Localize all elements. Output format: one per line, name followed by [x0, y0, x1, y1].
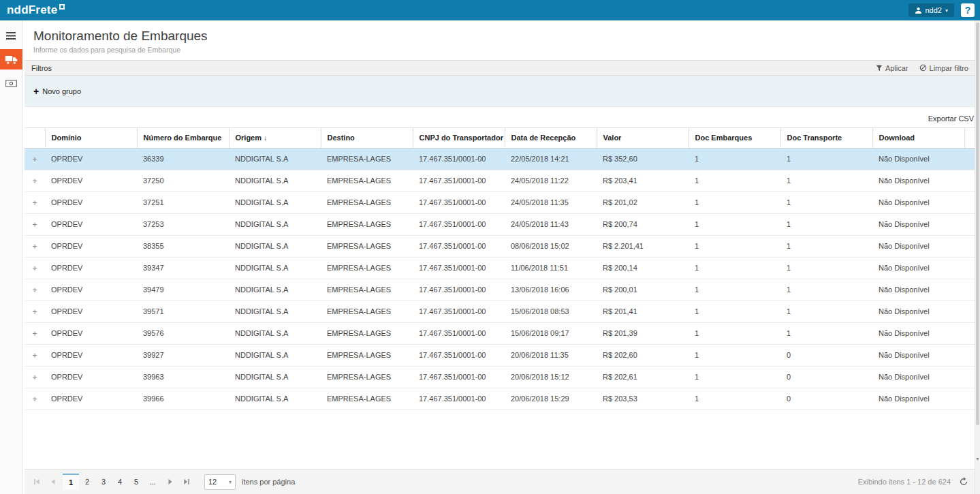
- sidebar-item-embarques[interactable]: [0, 49, 22, 70]
- expand-row-button[interactable]: +: [25, 148, 45, 170]
- table-row[interactable]: +OPRDEV39966NDDIGITAL S.AEMPRESA-LAGES17…: [25, 388, 975, 410]
- table-cell: NDDIGITAL S.A: [229, 148, 321, 170]
- help-button[interactable]: ?: [961, 3, 975, 17]
- expand-row-button[interactable]: +: [25, 279, 45, 300]
- new-group-button[interactable]: + Novo grupo: [33, 87, 81, 96]
- table-cell: 17.467.351/0001-00: [413, 191, 505, 213]
- table-cell: Não Disponível: [872, 148, 964, 170]
- first-page-button[interactable]: [29, 474, 45, 490]
- table-cell: OPRDEV: [45, 366, 137, 388]
- scroll-down-icon[interactable]: ▼: [975, 457, 980, 461]
- expand-row-button[interactable]: +: [25, 213, 45, 235]
- table-cell: 1: [780, 191, 872, 213]
- table-cell: 17.467.351/0001-00: [413, 322, 505, 344]
- refresh-button[interactable]: [959, 477, 971, 487]
- page-button[interactable]: 5: [128, 474, 144, 490]
- page-button[interactable]: 4: [112, 474, 128, 490]
- table-row[interactable]: +OPRDEV36339NDDIGITAL S.AEMPRESA-LAGES17…: [25, 148, 975, 170]
- apply-filter-button[interactable]: Aplicar: [876, 64, 908, 72]
- expand-row-button[interactable]: +: [25, 388, 45, 410]
- table-cell: R$ 203,41: [597, 170, 689, 191]
- filler-cell: [964, 344, 975, 366]
- sidebar-item-financeiro[interactable]: [0, 74, 22, 93]
- page-button[interactable]: 3: [95, 474, 112, 490]
- user-menu[interactable]: ndd2 ▾: [908, 3, 955, 17]
- expand-row-button[interactable]: +: [25, 300, 45, 322]
- table-row[interactable]: +OPRDEV39927NDDIGITAL S.AEMPRESA-LAGES17…: [25, 344, 975, 366]
- expand-row-button[interactable]: +: [25, 235, 45, 257]
- table-cell: NDDIGITAL S.A: [229, 213, 321, 235]
- table-cell: R$ 200,14: [597, 257, 689, 279]
- table-row[interactable]: +OPRDEV39347NDDIGITAL S.AEMPRESA-LAGES17…: [25, 257, 975, 279]
- table-cell: OPRDEV: [45, 300, 137, 322]
- page-button[interactable]: 1: [63, 474, 79, 490]
- table-row[interactable]: +OPRDEV39963NDDIGITAL S.AEMPRESA-LAGES17…: [25, 366, 975, 388]
- table-cell: R$ 203,53: [597, 388, 689, 410]
- next-page-button[interactable]: [162, 474, 178, 490]
- table-cell: NDDIGITAL S.A: [229, 191, 321, 213]
- column-header[interactable]: Origem↓: [229, 128, 321, 148]
- table-cell: Não Disponível: [872, 344, 964, 366]
- scrollbar-thumb[interactable]: [976, 22, 979, 425]
- main-content: Monitoramento de Embarques Informe os da…: [22, 20, 980, 494]
- table-row[interactable]: +OPRDEV39576NDDIGITAL S.AEMPRESA-LAGES17…: [25, 322, 975, 344]
- column-header[interactable]: Download: [872, 128, 964, 148]
- table-cell: 38355: [137, 235, 229, 257]
- table-cell: 15/06/2018 08:53: [505, 300, 597, 322]
- column-header[interactable]: Valor: [597, 128, 689, 148]
- table-cell: EMPRESA-LAGES: [321, 170, 413, 191]
- clear-filter-button[interactable]: Limpar filtro: [919, 64, 968, 72]
- table-cell: 17.467.351/0001-00: [413, 170, 505, 191]
- table-cell: 11/06/2018 11:51: [505, 257, 597, 279]
- expand-row-button[interactable]: +: [25, 170, 45, 191]
- menu-toggle-button[interactable]: [0, 26, 22, 45]
- expand-row-button[interactable]: +: [25, 191, 45, 213]
- column-header[interactable]: Número do Embarque: [137, 128, 229, 148]
- table-row[interactable]: +OPRDEV38355NDDIGITAL S.AEMPRESA-LAGES17…: [25, 235, 975, 257]
- table-cell: 17.467.351/0001-00: [413, 235, 505, 257]
- page-subtitle: Informe os dados para pesquisa de Embarq…: [33, 46, 975, 54]
- expand-row-button[interactable]: +: [25, 344, 45, 366]
- table-cell: R$ 202,61: [597, 366, 689, 388]
- grid-body: +OPRDEV36339NDDIGITAL S.AEMPRESA-LAGES17…: [25, 148, 975, 410]
- truck-icon: [5, 55, 18, 64]
- last-page-button[interactable]: [178, 474, 195, 490]
- expand-row-button[interactable]: +: [25, 322, 45, 344]
- table-cell: 13/06/2018 16:06: [505, 279, 597, 300]
- topbar-right: ndd2 ▾ ?: [908, 3, 975, 17]
- table-row[interactable]: +OPRDEV39571NDDIGITAL S.AEMPRESA-LAGES17…: [25, 300, 975, 322]
- column-header[interactable]: Domínio: [45, 128, 137, 148]
- pager-pages: 12345...: [63, 474, 161, 490]
- vertical-scrollbar[interactable]: ▼: [975, 20, 980, 494]
- table-cell: OPRDEV: [45, 322, 137, 344]
- table-cell: 17.467.351/0001-00: [413, 388, 505, 410]
- table-cell: R$ 200,01: [597, 279, 689, 300]
- table-cell: 17.467.351/0001-00: [413, 279, 505, 300]
- app-body: Monitoramento de Embarques Informe os da…: [0, 20, 980, 494]
- table-cell: NDDIGITAL S.A: [229, 170, 321, 191]
- expand-row-button[interactable]: +: [25, 366, 45, 388]
- expand-column-header: [25, 128, 45, 148]
- table-row[interactable]: +OPRDEV37253NDDIGITAL S.AEMPRESA-LAGES17…: [25, 213, 975, 235]
- page-button[interactable]: 2: [79, 474, 95, 490]
- table-cell: 0: [780, 366, 872, 388]
- expand-row-button[interactable]: +: [25, 257, 45, 279]
- table-cell: 39576: [137, 322, 229, 344]
- table-cell: R$ 201,02: [597, 191, 689, 213]
- table-row[interactable]: +OPRDEV39479NDDIGITAL S.AEMPRESA-LAGES17…: [25, 279, 975, 300]
- column-header[interactable]: Doc Embarques: [689, 128, 780, 148]
- export-csv-link[interactable]: Exportar CSV: [928, 114, 974, 123]
- column-header[interactable]: Data de Recepção: [505, 128, 597, 148]
- user-name: ndd2: [926, 6, 942, 14]
- data-grid: DomínioNúmero do EmbarqueOrigem↓DestinoC…: [25, 127, 975, 410]
- page-size-select[interactable]: 12 ▾: [204, 474, 236, 490]
- table-row[interactable]: +OPRDEV37250NDDIGITAL S.AEMPRESA-LAGES17…: [25, 170, 975, 191]
- prev-page-button[interactable]: [45, 474, 61, 490]
- table-cell: OPRDEV: [45, 235, 137, 257]
- table-row[interactable]: +OPRDEV37251NDDIGITAL S.AEMPRESA-LAGES17…: [25, 191, 975, 213]
- more-pages-button[interactable]: ...: [144, 474, 161, 490]
- column-header[interactable]: CNPJ do Transportador: [413, 128, 505, 148]
- column-header[interactable]: Destino: [321, 128, 413, 148]
- table-cell: 1: [780, 257, 872, 279]
- column-header[interactable]: Doc Transporte: [780, 128, 872, 148]
